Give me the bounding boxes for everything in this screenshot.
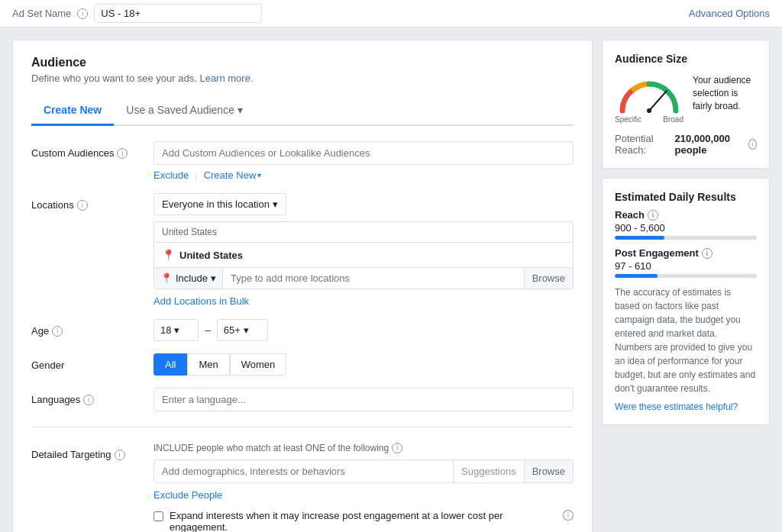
exclude-link[interactable]: Exclude — [153, 169, 189, 181]
detailed-browse-button[interactable]: Browse — [524, 460, 573, 482]
audience-subtitle-text: Define who you want to see your ads. — [31, 73, 197, 84]
reach-info-icon[interactable]: i — [648, 210, 658, 221]
age-content: 18 ▾ – 65+ ▾ — [153, 319, 574, 341]
expand-interests-row: Expand interests when it may increase po… — [153, 510, 574, 532]
reach-metric-value: 900 - 5,600 — [615, 222, 757, 234]
top-bar: Ad Set Name i Advanced Options — [0, 0, 782, 27]
gender-men-button[interactable]: Men — [187, 353, 229, 376]
custom-audiences-row: Custom Audiences i Exclude | Create New … — [31, 141, 574, 181]
reach-metric-name: Reach i — [615, 209, 757, 221]
age-separator: – — [205, 324, 210, 336]
post-engagement-metric-value: 97 - 610 — [615, 260, 757, 272]
gauge-broad-label: Broad — [663, 115, 683, 124]
audience-panel-subtitle: Define who you want to see your ads. Lea… — [31, 73, 574, 84]
custom-audiences-input[interactable] — [153, 141, 574, 165]
reach-progress-bar-bg — [615, 236, 757, 240]
tab-create-new[interactable]: Create New — [31, 96, 114, 126]
detailed-targeting-content: INCLUDE people who match at least ONE of… — [153, 443, 574, 532]
gauge-wrapper: Specific Broad — [615, 74, 683, 124]
age-selects-row: 18 ▾ – 65+ ▾ — [153, 319, 574, 341]
reach-metric: Reach i 900 - 5,600 — [615, 209, 757, 240]
post-engagement-progress-bar-fill — [615, 274, 658, 278]
learn-more-link[interactable]: Learn more. — [199, 73, 253, 84]
languages-input[interactable] — [153, 388, 574, 411]
tab-use-saved[interactable]: Use a Saved Audience ▾ — [114, 96, 255, 126]
post-engagement-progress-bar-bg — [615, 274, 757, 278]
create-new-arrow: ▾ — [257, 171, 261, 179]
gender-row: Gender All Men Women — [31, 353, 574, 376]
exclude-people-link[interactable]: Exclude People — [153, 489, 222, 501]
top-bar-left: Ad Set Name i — [12, 4, 262, 23]
post-engagement-metric: Post Engagement i 97 - 610 — [615, 247, 757, 278]
tab-saved-label: Use a Saved Audience — [126, 104, 234, 116]
svg-line-0 — [649, 91, 667, 111]
sidebar-panel: Audience Size — [602, 40, 770, 434]
location-box: United States 📍 United States 📍 Include … — [153, 221, 574, 289]
detailed-targeting-label-el: Detailed Targeting i — [31, 443, 153, 460]
detailed-input[interactable] — [154, 460, 453, 482]
include-arrow: ▾ — [211, 272, 216, 284]
expand-info-icon[interactable]: i — [563, 510, 574, 521]
audience-panel-title: Audience — [31, 56, 574, 69]
suggestions-button[interactable]: Suggestions — [453, 460, 524, 482]
link-divider: | — [195, 169, 197, 181]
age-row: Age i 18 ▾ – 65+ ▾ — [31, 319, 574, 341]
post-engagement-metric-name: Post Engagement i — [615, 247, 757, 259]
age-min-dropdown[interactable]: 18 ▾ — [153, 319, 199, 341]
everyone-in-dropdown[interactable]: Everyone in this location ▾ — [153, 193, 286, 215]
estimated-title: Estimated Daily Results — [615, 191, 757, 203]
custom-audiences-content: Exclude | Create New ▾ — [153, 141, 574, 181]
location-browse-button[interactable]: Browse — [524, 268, 573, 289]
svg-point-1 — [647, 108, 651, 113]
detailed-info-icon[interactable]: i — [115, 450, 125, 460]
ad-set-name-info-icon[interactable]: i — [77, 8, 88, 19]
location-input-row: 📍 Include ▾ Browse — [154, 267, 573, 289]
location-pin-icon: 📍 — [162, 249, 175, 261]
age-max-dropdown[interactable]: 65+ ▾ — [217, 319, 268, 341]
age-info-icon[interactable]: i — [52, 326, 63, 337]
ad-set-name-input[interactable] — [94, 4, 262, 23]
detailed-include-info-icon[interactable]: i — [392, 443, 402, 453]
gender-women-button[interactable]: Women — [230, 353, 287, 376]
gender-all-button[interactable]: All — [153, 353, 187, 376]
tabs: Create New Use a Saved Audience ▾ — [31, 96, 574, 126]
gauge-description: Your audience selection is fairly broad. — [693, 74, 757, 112]
potential-reach: Potential Reach: 210,000,000 people i — [615, 133, 757, 156]
potential-reach-info-icon[interactable]: i — [748, 139, 757, 150]
location-item: 📍 United States — [154, 243, 573, 267]
expand-interests-checkbox[interactable] — [153, 511, 163, 521]
age-max-arrow: ▾ — [244, 324, 249, 336]
languages-info-icon[interactable]: i — [83, 395, 94, 405]
helpful-link[interactable]: Were these estimates helpful? — [615, 401, 757, 412]
add-bulk-link[interactable]: Add Locations in Bulk — [153, 295, 249, 307]
everyone-dropdown-arrow: ▾ — [273, 198, 278, 210]
languages-content — [153, 388, 574, 411]
locations-row: Locations i Everyone in this location ▾ … — [31, 193, 574, 307]
estimated-results-card: Estimated Daily Results Reach i 900 - 5,… — [602, 178, 770, 425]
languages-row: Languages i — [31, 388, 574, 411]
section-divider — [31, 427, 574, 427]
age-min-arrow: ▾ — [174, 324, 179, 336]
include-select[interactable]: 📍 Include ▾ — [154, 268, 223, 289]
custom-audiences-info-icon[interactable]: i — [117, 148, 128, 159]
locations-info-icon[interactable]: i — [77, 200, 88, 211]
expand-interests-text: Expand interests when it may increase po… — [170, 510, 557, 532]
age-label: Age i — [31, 319, 153, 337]
main-layout: Audience Define who you want to see your… — [0, 27, 782, 532]
gauge-specific-label: Specific — [615, 115, 641, 124]
reach-progress-bar-fill — [615, 236, 664, 240]
languages-label: Languages i — [31, 388, 153, 405]
custom-audiences-label: Custom Audiences i — [31, 141, 153, 159]
audience-panel: Audience Define who you want to see your… — [12, 40, 593, 532]
location-pin2-icon: 📍 — [160, 272, 173, 284]
create-new-link[interactable]: Create New ▾ — [204, 169, 262, 181]
location-type-input[interactable] — [223, 268, 524, 289]
post-engagement-info-icon[interactable]: i — [702, 248, 713, 259]
audience-size-card: Audience Size — [602, 40, 770, 169]
accuracy-text: The accuracy of estimates is based on fa… — [615, 285, 757, 395]
location-country-header: United States — [154, 222, 573, 243]
custom-audiences-links: Exclude | Create New ▾ — [153, 169, 574, 181]
advanced-options-link[interactable]: Advanced Options — [689, 8, 770, 19]
detailed-targeting-row: Detailed Targeting i INCLUDE people who … — [31, 443, 574, 532]
gender-label: Gender — [31, 353, 153, 371]
